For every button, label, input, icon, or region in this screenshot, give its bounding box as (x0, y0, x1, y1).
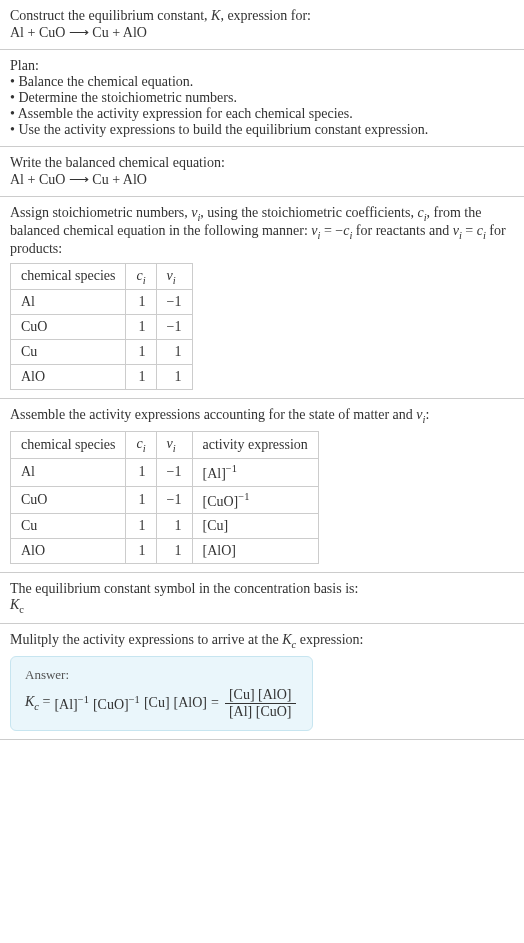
fraction-denominator: [Al] [CuO] (225, 704, 296, 720)
table-row: AlO 1 1 (11, 365, 193, 390)
balanced-title: Write the balanced chemical equation: (10, 155, 514, 171)
cell-expr: [Cu] (192, 514, 318, 539)
multiply-section: Mulitply the activity expressions to arr… (0, 624, 524, 740)
plan-title: Plan: (10, 58, 514, 74)
cell-vi: −1 (156, 290, 192, 315)
cell-species: Cu (11, 514, 126, 539)
col-species: chemical species (11, 263, 126, 290)
table-row: CuO 1 −1 [CuO]−1 (11, 486, 319, 514)
cell-ci: 1 (126, 365, 156, 390)
cell-species: Al (11, 458, 126, 486)
basis-line: The equilibrium constant symbol in the c… (10, 581, 514, 597)
answer-term: [AlO] (174, 695, 207, 711)
stoich-intro: Assign stoichiometric numbers, νi, using… (10, 205, 514, 257)
col-species: chemical species (11, 432, 126, 459)
answer-term: [Al]−1 (54, 694, 89, 713)
cell-expr: [Al]−1 (192, 458, 318, 486)
cell-vi: 1 (156, 514, 192, 539)
table-row: Al 1 −1 (11, 290, 193, 315)
cell-species: CuO (11, 486, 126, 514)
table-header-row: chemical species ci νi activity expressi… (11, 432, 319, 459)
cell-vi: 1 (156, 365, 192, 390)
answer-fraction: [Cu] [AlO] [Al] [CuO] (225, 687, 296, 720)
activity-table: chemical species ci νi activity expressi… (10, 431, 319, 564)
basis-section: The equilibrium constant symbol in the c… (0, 573, 524, 624)
answer-box: Answer: Kc = [Al]−1 [CuO]−1 [Cu] [AlO] =… (10, 656, 313, 731)
col-ci: ci (126, 263, 156, 290)
cell-ci: 1 (126, 458, 156, 486)
cell-species: CuO (11, 315, 126, 340)
cell-species: AlO (11, 365, 126, 390)
answer-expression: Kc = [Al]−1 [CuO]−1 [Cu] [AlO] = [Cu] [A… (25, 687, 298, 720)
table-row: Cu 1 1 [Cu] (11, 514, 319, 539)
table-row: Al 1 −1 [Al]−1 (11, 458, 319, 486)
activity-section: Assemble the activity expressions accoun… (0, 399, 524, 573)
equals: = (211, 695, 219, 711)
cell-species: Cu (11, 340, 126, 365)
cell-vi: −1 (156, 315, 192, 340)
table-row: AlO 1 1 [AlO] (11, 539, 319, 564)
stoich-table: chemical species ci νi Al 1 −1 CuO 1 −1 … (10, 263, 193, 391)
problem-statement: Construct the equilibrium constant, K, e… (0, 0, 524, 50)
answer-term: [Cu] (144, 695, 170, 711)
cell-vi: −1 (156, 486, 192, 514)
answer-lhs: Kc = (25, 694, 50, 712)
activity-intro: Assemble the activity expressions accoun… (10, 407, 514, 425)
col-vi: νi (156, 432, 192, 459)
answer-term: [CuO]−1 (93, 694, 140, 713)
plan-item-3: • Assemble the activity expression for e… (10, 106, 514, 122)
fraction-numerator: [Cu] [AlO] (225, 687, 296, 704)
plan-item-4: • Use the activity expressions to build … (10, 122, 514, 138)
answer-label: Answer: (25, 667, 298, 683)
cell-ci: 1 (126, 486, 156, 514)
balanced-equation: Al + CuO ⟶ Cu + AlO (10, 171, 514, 188)
plan-item-2: • Determine the stoichiometric numbers. (10, 90, 514, 106)
cell-expr: [AlO] (192, 539, 318, 564)
basis-symbol: Kc (10, 597, 514, 615)
problem-prompt: Construct the equilibrium constant, K, e… (10, 8, 514, 24)
col-vi: νi (156, 263, 192, 290)
multiply-line: Mulitply the activity expressions to arr… (10, 632, 514, 650)
balanced-section: Write the balanced chemical equation: Al… (0, 147, 524, 197)
cell-vi: 1 (156, 539, 192, 564)
cell-ci: 1 (126, 514, 156, 539)
cell-vi: −1 (156, 458, 192, 486)
problem-equation: Al + CuO ⟶ Cu + AlO (10, 24, 514, 41)
cell-ci: 1 (126, 290, 156, 315)
plan-item-1: • Balance the chemical equation. (10, 74, 514, 90)
col-expr: activity expression (192, 432, 318, 459)
table-header-row: chemical species ci νi (11, 263, 193, 290)
cell-expr: [CuO]−1 (192, 486, 318, 514)
cell-ci: 1 (126, 340, 156, 365)
cell-vi: 1 (156, 340, 192, 365)
cell-species: AlO (11, 539, 126, 564)
table-row: Cu 1 1 (11, 340, 193, 365)
plan-section: Plan: • Balance the chemical equation. •… (0, 50, 524, 147)
cell-ci: 1 (126, 315, 156, 340)
col-ci: ci (126, 432, 156, 459)
cell-ci: 1 (126, 539, 156, 564)
stoich-section: Assign stoichiometric numbers, νi, using… (0, 197, 524, 399)
table-row: CuO 1 −1 (11, 315, 193, 340)
cell-species: Al (11, 290, 126, 315)
